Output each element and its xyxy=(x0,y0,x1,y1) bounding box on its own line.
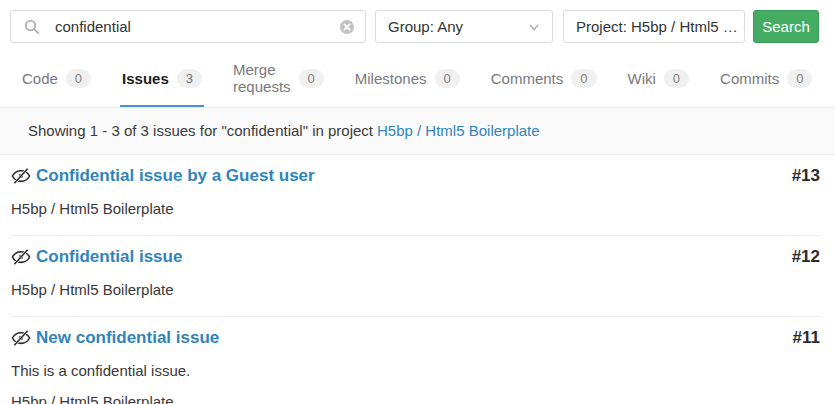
tab-count-badge: 0 xyxy=(66,69,91,88)
chevron-down-icon xyxy=(528,21,540,33)
tab-count-badge: 0 xyxy=(571,69,596,88)
project-filter-value: Project: H5bp / Html5 … xyxy=(576,18,738,35)
tab-count-badge: 0 xyxy=(435,69,460,88)
search-results-list: Confidential issue by a Guest user #13 H… xyxy=(0,155,835,404)
issue-project: H5bp / Html5 Boilerplate xyxy=(11,393,820,404)
tab-label: Commits xyxy=(720,70,779,87)
search-button[interactable]: Search xyxy=(753,10,819,43)
results-summary: Showing 1 - 3 of 3 issues for "confident… xyxy=(0,107,835,155)
eye-slash-icon xyxy=(11,166,31,186)
issue-id: #13 xyxy=(792,166,820,186)
issue-title-link[interactable]: Confidential issue xyxy=(36,247,182,267)
tab-label: Milestones xyxy=(355,70,427,87)
search-toolbar: Group: Any Project: H5bp / Html5 … Searc… xyxy=(0,0,835,43)
issue-result-row: New confidential issue #11 This is a con… xyxy=(11,317,820,404)
project-filter-dropdown[interactable]: Project: H5bp / Html5 … xyxy=(563,10,745,43)
tab-code[interactable]: Code 0 xyxy=(20,57,93,107)
tab-count-badge: 3 xyxy=(177,69,202,88)
tab-label: Wiki xyxy=(628,70,656,87)
clear-search-icon[interactable] xyxy=(339,19,355,35)
search-input-wrap xyxy=(10,10,366,43)
tab-label: Merge requests xyxy=(233,61,291,95)
tab-count-badge: 0 xyxy=(664,69,689,88)
tab-wiki[interactable]: Wiki 0 xyxy=(626,57,692,107)
eye-slash-icon xyxy=(11,247,31,267)
issue-id: #12 xyxy=(792,247,820,267)
tab-merge-requests[interactable]: Merge requests 0 xyxy=(231,57,326,107)
tab-count-badge: 0 xyxy=(787,69,812,88)
chevron-down-icon xyxy=(744,21,745,33)
search-icon xyxy=(24,19,40,35)
tab-comments[interactable]: Comments 0 xyxy=(489,57,599,107)
issue-project: H5bp / Html5 Boilerplate xyxy=(11,200,820,217)
eye-slash-icon xyxy=(11,328,31,348)
issue-project: H5bp / Html5 Boilerplate xyxy=(11,281,820,298)
tab-commits[interactable]: Commits 0 xyxy=(718,57,814,107)
issue-result-row: Confidential issue #12 H5bp / Html5 Boil… xyxy=(11,236,820,317)
search-input[interactable] xyxy=(11,11,365,42)
search-scope-tabs: Code 0 Issues 3 Merge requests 0 Milesto… xyxy=(0,57,835,107)
project-link[interactable]: H5bp / Html5 Boilerplate xyxy=(377,122,540,139)
issue-title-link[interactable]: Confidential issue by a Guest user xyxy=(36,166,315,186)
issue-result-row: Confidential issue by a Guest user #13 H… xyxy=(11,155,820,236)
tab-label: Code xyxy=(22,70,58,87)
tab-count-badge: 0 xyxy=(299,69,324,88)
group-filter-value: Group: Any xyxy=(388,18,463,35)
results-summary-text: Showing 1 - 3 of 3 issues for "confident… xyxy=(28,122,373,139)
tab-milestones[interactable]: Milestones 0 xyxy=(353,57,462,107)
issue-description: This is a confidential issue. xyxy=(11,362,820,379)
tab-issues[interactable]: Issues 3 xyxy=(120,57,204,107)
tab-label: Comments xyxy=(491,70,564,87)
tab-label: Issues xyxy=(122,70,169,87)
issue-title-link[interactable]: New confidential issue xyxy=(36,328,219,348)
group-filter-dropdown[interactable]: Group: Any xyxy=(375,10,553,43)
issue-id: #11 xyxy=(793,328,820,348)
